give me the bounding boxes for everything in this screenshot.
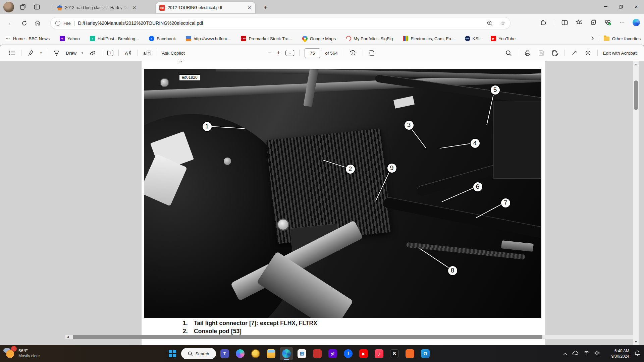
restore-button[interactable] [613, 0, 629, 13]
other-favorites-button[interactable]: Other favorites [604, 36, 641, 41]
tab-close-icon[interactable]: ✕ [247, 5, 252, 10]
collections-icon[interactable] [589, 18, 597, 26]
taskbar-app-outlook[interactable]: O [419, 347, 432, 360]
workspaces-icon[interactable] [19, 3, 27, 11]
tab-touring-electrical-pdf[interactable]: PDF 2012 TOURING electrical.pdf ✕ [156, 2, 255, 13]
zoom-out-icon[interactable]: − [268, 49, 272, 57]
taskbar-app-copilot[interactable] [233, 347, 247, 360]
favorite-bbc[interactable]: ▪▪▪Home - BBC News [5, 36, 50, 41]
save-as-icon[interactable] [551, 49, 559, 57]
close-window-button[interactable]: ✕ [629, 0, 644, 13]
extensions-icon[interactable] [539, 18, 547, 26]
tray-chevron-icon[interactable] [563, 351, 567, 357]
taskbar-app-facebook[interactable]: f [341, 347, 355, 360]
pdf-viewer[interactable]: g. [0, 61, 639, 345]
scroll-up-icon[interactable]: ▲ [633, 62, 639, 67]
draw-label[interactable]: Draw [66, 51, 77, 56]
tab-actions-icon[interactable] [33, 3, 41, 11]
taskbar-app-white-blue-app[interactable]: ⊞ [295, 347, 309, 360]
translate-icon[interactable]: a [143, 49, 152, 57]
favorite-youtube[interactable]: ▶YouTube [491, 36, 516, 41]
taskbar-app-s-app[interactable]: S [388, 347, 401, 360]
add-text-icon[interactable]: T [107, 50, 113, 56]
toc-icon[interactable] [7, 49, 16, 57]
taskbar-clock[interactable]: 6:40 AM 9/30/2024 [611, 348, 629, 359]
taskbar-app-teams[interactable]: T [218, 347, 231, 360]
tab-close-icon[interactable]: ✕ [131, 5, 137, 10]
taskbar-app-yahoo[interactable]: y! [326, 347, 339, 360]
scroll-left-icon[interactable]: ◀ [65, 335, 70, 339]
zoom-page-icon[interactable] [487, 20, 493, 26]
profile-avatar[interactable] [3, 2, 14, 12]
refresh-icon[interactable] [19, 18, 29, 28]
horizontal-scrollbar[interactable]: ◀ ▶ [65, 335, 639, 339]
favorite-huffpost[interactable]: //HuffPost - Breaking... [90, 36, 139, 41]
vertical-scroll-thumb[interactable] [634, 80, 638, 110]
favorite-facebook[interactable]: fFacebook [149, 36, 176, 41]
favorites-overflow-icon[interactable] [591, 36, 594, 42]
favorites-icon[interactable] [575, 18, 583, 26]
draw-dropdown-icon[interactable]: ▾ [82, 51, 83, 55]
add-favorite-star-icon[interactable]: ☆ [500, 20, 505, 27]
fullscreen-icon[interactable] [570, 49, 579, 57]
favorite-ebay[interactable]: Electronics, Cars, Fa... [403, 36, 454, 41]
pdf-settings-gear-icon[interactable] [584, 49, 592, 57]
rotate-icon[interactable] [348, 49, 357, 57]
settings-more-icon[interactable]: ⋯ [618, 18, 626, 26]
taskbar-app-gold-wheel-app[interactable] [249, 347, 262, 360]
page-view-icon[interactable] [367, 49, 376, 57]
favorite-gmaps[interactable]: Google Maps [302, 36, 336, 41]
favorite-yahoo[interactable]: y!Yahoo [60, 36, 80, 41]
page-info-icon[interactable]: i [55, 21, 60, 26]
taskbar-app-orange-app[interactable] [403, 347, 417, 360]
save-icon[interactable] [537, 49, 546, 57]
copilot-icon[interactable] [633, 19, 640, 26]
notifications-bell-icon[interactable] [635, 350, 640, 357]
bbc-icon: ▪▪▪ [5, 36, 11, 41]
address-url[interactable]: D:/Harley%20Manuals/2012%20TOURING%20ele… [78, 20, 483, 26]
edit-with-acrobat-button[interactable]: Edit with Acrobat [603, 51, 637, 56]
fit-to-width-icon[interactable]: ↔ [285, 50, 294, 56]
volume-icon[interactable] [594, 351, 600, 357]
split-screen-icon[interactable] [560, 18, 569, 26]
pdf-viewer-shell: ▾ Draw ▾ T A a Ask Copilot − [0, 45, 644, 345]
s-app-icon: S [390, 349, 399, 358]
minimize-button[interactable] [598, 0, 613, 13]
home-icon[interactable] [33, 18, 42, 28]
zoom-in-icon[interactable]: + [277, 49, 280, 57]
taskbar-app-file-explorer[interactable] [264, 347, 278, 360]
eraser-icon[interactable] [88, 49, 97, 57]
onedrive-cloud-icon[interactable] [572, 351, 579, 357]
draw-pen-icon[interactable] [52, 49, 61, 57]
wifi-icon[interactable] [584, 351, 589, 357]
taskbar-app-youtube[interactable]: ▶ [357, 347, 370, 360]
weather-widget[interactable]: 1 56°F Mostly clear [3, 347, 40, 360]
start-button[interactable] [166, 347, 179, 360]
print-icon[interactable] [523, 49, 532, 57]
address-divider: | [74, 20, 75, 26]
favorite-cnn[interactable]: CNNPremarket Stock Tra... [241, 36, 292, 41]
ask-copilot-button[interactable]: Ask Copilot [162, 51, 185, 56]
page-number-input[interactable] [305, 48, 320, 58]
taskbar-app-red-app[interactable] [311, 347, 324, 360]
tray-date: 9/30/2024 [611, 354, 629, 359]
taskbar-app-music[interactable]: ♪ [372, 347, 386, 360]
horizontal-scroll-thumb[interactable] [73, 335, 542, 339]
read-aloud-icon[interactable]: A [124, 49, 132, 57]
favorite-sigfig[interactable]: My Portfolio - SigFig [346, 36, 393, 41]
address-bar[interactable]: i File | D:/Harley%20Manuals/2012%20TOUR… [50, 17, 511, 29]
browser-essentials-icon[interactable] [604, 18, 612, 26]
search-document-icon[interactable] [504, 49, 513, 57]
favorite-hdforums[interactable]: http://www.hdforu... [186, 36, 231, 41]
new-tab-button[interactable]: + [261, 3, 270, 12]
taskbar-search[interactable]: Search [181, 348, 216, 359]
taskbar-app-edge[interactable] [280, 347, 293, 360]
vertical-scrollbar[interactable]: ▲ ▼ [633, 61, 639, 345]
highlight-icon[interactable] [26, 49, 35, 57]
orange-app-icon [406, 349, 414, 358]
scroll-down-icon[interactable]: ▼ [633, 339, 639, 345]
highlight-dropdown-icon[interactable]: ▾ [40, 51, 42, 55]
tab-harley-road-king[interactable]: 2012 road king classic - Harley Da ✕ [54, 2, 154, 13]
back-icon[interactable]: ← [6, 18, 15, 28]
favorite-ksl[interactable]: KSLKSL [465, 36, 481, 41]
